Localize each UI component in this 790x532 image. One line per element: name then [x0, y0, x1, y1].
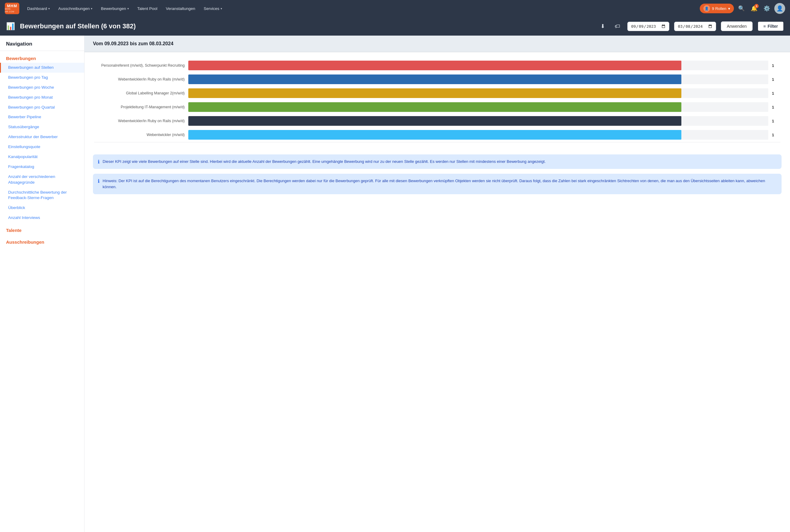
header-bar: 📊 Bewerbungen auf Stellen (6 von 382) ⬇ … — [0, 17, 790, 36]
bar-label: Global Labelling Manager 2(m/w/d) — [94, 91, 185, 96]
bar-track — [188, 102, 768, 112]
bar-chart: Personalreferent (m/w/d), Schwerpunkt Re… — [94, 61, 780, 140]
sidebar-section-bewerbungen: Bewerbungen — [0, 51, 84, 63]
bar-value: 1 — [772, 91, 780, 96]
main-content: Vom 09.09.2023 bis zum 08.03.2024 Person… — [85, 36, 790, 532]
bar-row: Projektleitung IT-Management (m/w/d)1 — [94, 102, 780, 112]
sidebar-item-bewerbungen-pro-quartal[interactable]: Bewerbungen pro Quartal — [0, 102, 84, 113]
nav-veranstaltungen[interactable]: Veranstaltungen — [162, 4, 199, 13]
sidebar-item-feedback-sterne[interactable]: Durchschnittliche Bewertung der Feedback… — [0, 188, 84, 203]
logo-top: MHM — [7, 4, 17, 8]
bar-fill — [188, 116, 681, 126]
bar-row: Webentwickler/in Ruby on Rails (m/w/d)1 — [94, 116, 780, 126]
bar-value: 1 — [772, 105, 780, 110]
bar-track — [188, 75, 768, 84]
sidebar-item-bewerbungen-pro-woche[interactable]: Bewerbungen pro Woche — [0, 83, 84, 93]
roles-icon: 👤 — [703, 5, 710, 12]
bar-label: Projektleitung IT-Management (m/w/d) — [94, 104, 185, 110]
avatar[interactable]: 👤 — [774, 3, 785, 14]
bar-row: Webentwickler/in Ruby on Rails (m/w/d)1 — [94, 75, 780, 84]
roles-button[interactable]: 👤 9 Rollen ▾ — [700, 4, 734, 13]
sidebar-title: Navigation — [0, 36, 84, 51]
nav-bewerbungen[interactable]: Bewerbungen ▾ — [97, 4, 132, 13]
bar-track — [188, 116, 768, 126]
nav-dashboard[interactable]: Dashboard ▾ — [23, 4, 53, 13]
sidebar-item-altersstruktur[interactable]: Altersstruktur der Bewerber — [0, 132, 84, 142]
sidebar-section-ausschreibungen: Ausschreibungen — [0, 235, 84, 246]
chevron-down-icon: ▾ — [728, 6, 730, 11]
filter-icon: ≡ — [764, 24, 766, 28]
nav-services[interactable]: Services ▾ — [200, 4, 226, 13]
anwenden-button[interactable]: Anwenden — [721, 21, 752, 31]
bar-fill — [188, 130, 681, 140]
info-text-1: Dieser KPI zeigt wie viele Bewerbungen a… — [103, 159, 546, 165]
chevron-down-icon: ▾ — [48, 7, 50, 10]
date-from-wrapper — [627, 22, 669, 31]
download-icon: ⬇ — [601, 23, 605, 29]
chart-area: Personalreferent (m/w/d), Schwerpunkt Re… — [85, 52, 790, 154]
nav-right-section: 👤 9 Rollen ▾ 🔍 🔔 1 ⚙️ 👤 — [700, 3, 785, 14]
info-box-2: ℹ Hinweis: Der KPI ist auf die Berechtig… — [93, 174, 782, 194]
top-navigation: MHM MHM-HR.COM Dashboard ▾ Ausschreibung… — [0, 0, 790, 17]
sidebar-item-bewerbungen-auf-stellen[interactable]: Bewerbungen auf Stellen — [0, 63, 84, 73]
bar-fill — [188, 88, 681, 98]
chart-icon: 📊 — [6, 22, 15, 31]
bar-label: Personalreferent (m/w/d), Schwerpunkt Re… — [94, 63, 185, 68]
logo-bottom: MHM-HR.COM — [5, 8, 19, 13]
nav-talent-pool[interactable]: Talent Pool — [134, 4, 161, 13]
gear-icon: ⚙️ — [764, 5, 770, 12]
bar-fill — [188, 61, 681, 70]
content-inner: Vom 09.09.2023 bis zum 08.03.2024 Person… — [85, 36, 790, 532]
filter-button[interactable]: ≡ Filter — [757, 21, 784, 31]
bar-fill — [188, 75, 681, 84]
chevron-down-icon: ▾ — [127, 7, 129, 10]
search-icon: 🔍 — [738, 5, 745, 12]
bar-row: Global Labelling Manager 2(m/w/d)1 — [94, 88, 780, 98]
date-to-input[interactable] — [677, 24, 713, 29]
info-text-2: Hinweis: Der KPI ist auf die Berechtigun… — [103, 178, 777, 190]
bar-track — [188, 88, 768, 98]
sidebar-item-bewerber-pipeline[interactable]: Bewerber Pipeline — [0, 112, 84, 122]
tag-icon: 🏷 — [615, 23, 620, 29]
chart-period-label: Vom 09.09.2023 bis zum 08.03.2024 — [85, 36, 790, 52]
search-button[interactable]: 🔍 — [736, 3, 747, 14]
bar-value: 1 — [772, 63, 780, 68]
bar-value: 1 — [772, 119, 780, 124]
sidebar-item-ueberblick[interactable]: Überblick — [0, 203, 84, 213]
chevron-down-icon: ▾ — [221, 7, 222, 10]
sidebar-item-fragenkatalog[interactable]: Fragenkatalog — [0, 162, 84, 172]
sidebar-item-bewerbungen-pro-tag[interactable]: Bewerbungen pro Tag — [0, 73, 84, 83]
bar-track — [188, 130, 768, 140]
date-to-wrapper — [674, 22, 716, 31]
tag-button[interactable]: 🏷 — [612, 22, 623, 31]
sidebar-section-talente: Talente — [0, 223, 84, 235]
sidebar-item-bewerbungen-pro-monat[interactable]: Bewerbungen pro Monat — [0, 93, 84, 102]
info-box-1: ℹ Dieser KPI zeigt wie viele Bewerbungen… — [93, 154, 782, 169]
bar-label: Webentwickler/in Ruby on Rails (m/w/d) — [94, 118, 185, 124]
sidebar-item-statusuebergaenge[interactable]: Statusübergänge — [0, 122, 84, 132]
bar-row: Personalreferent (m/w/d), Schwerpunkt Re… — [94, 61, 780, 70]
logo[interactable]: MHM MHM-HR.COM — [5, 3, 19, 14]
bar-label: Webentwickler (m/w/d) — [94, 132, 185, 137]
page-title: Bewerbungen auf Stellen (6 von 382) — [20, 22, 593, 30]
nav-ausschreibungen[interactable]: Ausschreibungen ▾ — [55, 4, 96, 13]
chevron-down-icon: ▾ — [91, 7, 92, 10]
download-button[interactable]: ⬇ — [598, 22, 607, 31]
bar-value: 1 — [772, 133, 780, 137]
bar-label: Webentwickler/in Ruby on Rails (m/w/d) — [94, 77, 185, 82]
sidebar-item-einstellungsquote[interactable]: Einstellungsquote — [0, 142, 84, 152]
info-icon: ℹ — [98, 178, 99, 184]
sidebar-item-absagegruende[interactable]: Anzahl der verschiedenen Absagegründe — [0, 172, 84, 188]
sidebar: Navigation Bewerbungen Bewerbungen auf S… — [0, 36, 85, 532]
sidebar-item-anzahl-interviews[interactable]: Anzahl Interviews — [0, 213, 84, 223]
bar-row: Webentwickler (m/w/d)1 — [94, 130, 780, 140]
bar-fill — [188, 102, 681, 112]
sidebar-item-kanalpopularitaet[interactable]: Kanalpopularität — [0, 152, 84, 162]
info-icon: ℹ — [98, 159, 99, 165]
settings-button[interactable]: ⚙️ — [761, 3, 772, 14]
notifications-button[interactable]: 🔔 1 — [749, 3, 759, 14]
date-from-input[interactable] — [631, 24, 666, 29]
bar-value: 1 — [772, 77, 780, 82]
bar-track — [188, 61, 768, 70]
main-layout: Navigation Bewerbungen Bewerbungen auf S… — [0, 36, 790, 532]
